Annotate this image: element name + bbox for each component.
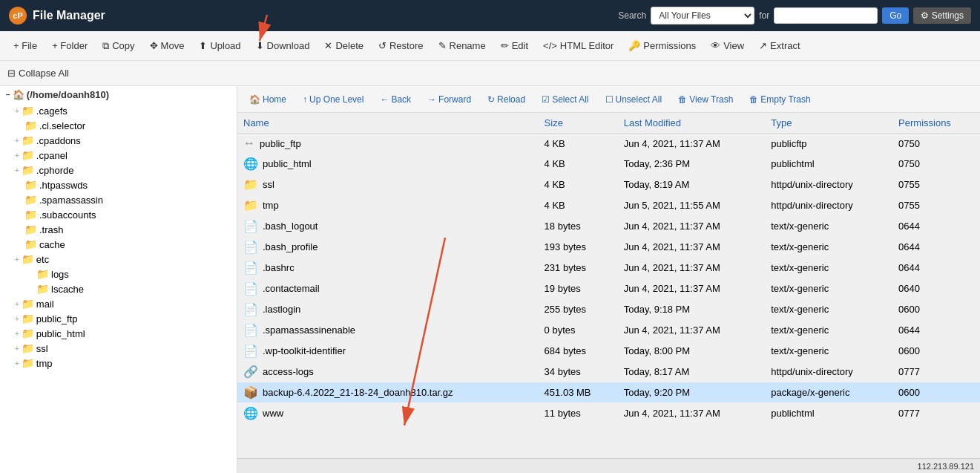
file-icon: 📄 — [243, 281, 258, 296]
sidebar-item-cpanel[interactable]: + 📁 .cpanel — [0, 148, 237, 163]
file-permissions: 0644 — [892, 320, 980, 341]
nav-up-one-level-button[interactable]: ↑ Up One Level — [297, 92, 369, 107]
file-permissions: 0644 — [892, 237, 980, 258]
nav-home-button[interactable]: 🏠 Home — [243, 92, 292, 107]
folder-icon: 📁 — [22, 342, 34, 354]
sidebar-item-subaccounts[interactable]: 📁 .subaccounts — [0, 207, 237, 222]
html-editor-icon: </> — [543, 40, 557, 51]
table-row[interactable]: 📄 .bash_profile 193 bytes Jun 4, 2021, 1… — [237, 237, 980, 258]
sidebar-item-mail[interactable]: + 📁 mail — [0, 296, 237, 311]
col-header-size[interactable]: Size — [539, 113, 618, 134]
status-bar: 112.213.89.121 — [237, 458, 980, 473]
plus-icon: + — [15, 330, 19, 338]
settings-button[interactable]: ⚙ Settings — [913, 7, 971, 24]
nav-back-button[interactable]: ← Back — [374, 92, 417, 107]
file-type: publichtml — [765, 154, 892, 174]
table-row[interactable]: 🔗 access-logs 34 bytes Today, 8:17 AM ht… — [237, 362, 980, 382]
view-button[interactable]: 👁 View — [705, 37, 750, 54]
file-name: backup-6.4.2022_21-18-24_doanh810.tar.gz — [263, 387, 453, 398]
file-modified: Jun 4, 2021, 11:37 AM — [618, 237, 765, 258]
nav-reload-button[interactable]: ↻ Reload — [481, 92, 531, 107]
collapse-all-button[interactable]: ⊟ Collapse All — [7, 68, 69, 79]
nav-forward-button[interactable]: → Forward — [421, 92, 477, 107]
file-name: .lastlogin — [263, 304, 300, 315]
edit-button[interactable]: ✏ Edit — [495, 37, 534, 54]
file-modified: Today, 9:20 PM — [618, 382, 765, 403]
download-button[interactable]: ⬇ Download — [250, 37, 316, 54]
file-size: 4 KB — [539, 154, 618, 174]
sidebar-item-public-ftp[interactable]: + 📁 public_ftp — [0, 311, 237, 326]
html-editor-button[interactable]: </> HTML Editor — [537, 37, 619, 54]
file-type: text/x-generic — [765, 258, 892, 278]
search-scope-dropdown[interactable]: All Your Files File Names Only File Cont… — [651, 7, 754, 25]
nav-view-trash-button[interactable]: 🗑 View Trash — [672, 92, 739, 107]
table-row[interactable]: 📦 backup-6.4.2022_21-18-24_doanh810.tar.… — [237, 382, 980, 403]
nav-unselect-all-button[interactable]: ☐ Unselect All — [599, 92, 668, 107]
file-modified: Jun 4, 2021, 11:37 AM — [618, 403, 765, 424]
file-size: 4 KB — [539, 174, 618, 195]
sidebar-item-logs[interactable]: 📁 logs — [0, 267, 237, 281]
sidebar-item-public-html[interactable]: + 📁 public_html — [0, 326, 237, 341]
file-size: 684 bytes — [539, 341, 618, 362]
for-label: for — [759, 10, 769, 21]
upload-button[interactable]: ⬆ Upload — [193, 37, 246, 54]
sidebar-item-spamassassin[interactable]: 📁 .spamassassin — [0, 192, 237, 207]
copy-button[interactable]: ⧉ Copy — [96, 37, 140, 55]
file-permissions: 0755 — [892, 174, 980, 195]
col-header-type[interactable]: Type — [765, 113, 892, 134]
nav-select-all-button[interactable]: ☑ Select All — [536, 92, 594, 107]
restore-button[interactable]: ↺ Restore — [372, 37, 430, 54]
table-row[interactable]: 📁 ssl 4 KB Today, 8:19 AM httpd/unix-dir… — [237, 174, 980, 195]
file-name: www — [263, 408, 283, 419]
sidebar-item-cl-selector[interactable]: 📁 .cl.selector — [0, 118, 237, 133]
rename-button[interactable]: ✎ Rename — [433, 37, 492, 54]
minus-icon: − — [6, 91, 10, 99]
sidebar-item-cagefs[interactable]: + 📁 .cagefs — [0, 103, 237, 118]
sidebar-item-tmp[interactable]: + 📁 tmp — [0, 356, 237, 371]
table-row[interactable]: 📁 tmp 4 KB Jun 5, 2021, 11:55 AM httpd/u… — [237, 195, 980, 216]
new-folder-button[interactable]: + Folder — [46, 37, 93, 54]
extract-button[interactable]: ↗ Extract — [753, 37, 806, 54]
new-file-button[interactable]: + File — [7, 37, 43, 54]
search-go-button[interactable]: Go — [882, 7, 909, 24]
sidebar-item-etc[interactable]: + 📁 etc — [0, 252, 237, 267]
table-row[interactable]: 📄 .lastlogin 255 bytes Today, 9:18 PM te… — [237, 299, 980, 320]
view-icon: 👁 — [711, 40, 720, 51]
col-header-permissions[interactable]: Permissions — [892, 113, 980, 134]
move-button[interactable]: ✥ Move — [144, 37, 191, 54]
sidebar-item-cpaddons[interactable]: + 📁 .cpaddons — [0, 133, 237, 148]
main-toolbar: + File + Folder ⧉ Copy ✥ Move ⬆ Upload ⬇… — [0, 31, 980, 61]
tree-root[interactable]: − 🏠 (/home/doanh810) — [0, 86, 237, 103]
table-row[interactable]: ↔ public_ftp 4 KB Jun 4, 2021, 11:37 AM … — [237, 134, 980, 154]
sidebar-item-lscache[interactable]: 📁 lscache — [0, 281, 237, 296]
move-icon: ✥ — [150, 40, 158, 51]
file-type: text/x-generic — [765, 320, 892, 341]
table-row[interactable]: 📄 .spamassassinenable 0 bytes Jun 4, 202… — [237, 320, 980, 341]
table-row[interactable]: 📄 .contactemail 19 bytes Jun 4, 2021, 11… — [237, 278, 980, 299]
table-row[interactable]: 🌐 public_html 4 KB Today, 2:36 PM public… — [237, 154, 980, 174]
table-row[interactable]: 📄 .bash_logout 18 bytes Jun 4, 2021, 11:… — [237, 216, 980, 237]
file-name: .bash_logout — [263, 221, 318, 232]
sidebar-item-ssl[interactable]: + 📁 ssl — [0, 341, 237, 356]
table-row[interactable]: 📄 .bashrc 231 bytes Jun 4, 2021, 11:37 A… — [237, 258, 980, 278]
delete-button[interactable]: ✕ Delete — [318, 37, 369, 54]
file-name: .contactemail — [263, 283, 320, 294]
permissions-button[interactable]: 🔑 Permissions — [622, 37, 702, 54]
sidebar-item-htpasswds[interactable]: 📁 .htpasswds — [0, 177, 237, 192]
file-modified: Jun 4, 2021, 11:37 AM — [618, 216, 765, 237]
table-row[interactable]: 🌐 www 11 bytes Jun 4, 2021, 11:37 AM pub… — [237, 403, 980, 424]
folder-icon: 📁 — [24, 179, 37, 191]
folder-icon: 📁 — [22, 253, 34, 265]
sidebar-item-cache[interactable]: 📁 cache — [0, 237, 237, 252]
file-permissions: 0640 — [892, 278, 980, 299]
search-input[interactable] — [774, 7, 878, 24]
sidebar-item-trash[interactable]: 📁 .trash — [0, 222, 237, 237]
forward-icon: → — [427, 94, 436, 105]
nav-empty-trash-button[interactable]: 🗑 Empty Trash — [743, 92, 816, 107]
folder-icon: 📁 — [22, 327, 34, 339]
table-row[interactable]: 📄 .wp-toolkit-identifier 684 bytes Today… — [237, 341, 980, 362]
col-header-name[interactable]: Name — [237, 113, 539, 134]
col-header-modified[interactable]: Last Modified — [618, 113, 765, 134]
sidebar-item-cphorde[interactable]: + 📁 .cphorde — [0, 163, 237, 177]
search-area: Search All Your Files File Names Only Fi… — [618, 7, 971, 25]
